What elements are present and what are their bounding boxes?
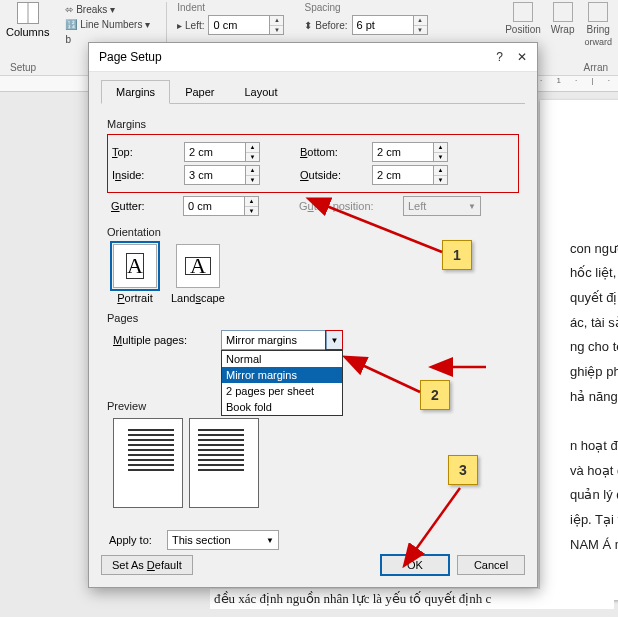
breaks-button[interactable]: ⬄ Breaks ▾ [65, 2, 150, 17]
landscape-icon: A [185, 257, 211, 275]
ok-button[interactable]: OK [381, 555, 449, 575]
multiple-pages-label: Multiple pages: [113, 334, 221, 346]
chevron-down-icon: ▼ [468, 202, 476, 211]
spinner-down-icon[interactable]: ▼ [245, 207, 258, 216]
doc-text-line: n hoạt động [570, 434, 618, 459]
orientation-landscape[interactable]: A Landscape [171, 244, 225, 304]
set-as-default-button[interactable]: Set As Default [101, 555, 193, 575]
multiple-pages-value: Mirror margins [222, 334, 326, 346]
gutter-spinner[interactable]: ▲▼ [183, 196, 259, 216]
margins-group-label: Margins [107, 118, 519, 130]
outside-spinner[interactable]: ▲▼ [372, 165, 448, 185]
spinner-down-icon[interactable]: ▼ [434, 153, 447, 162]
indent-group-label: Indent [177, 2, 284, 13]
page-setup-dialog: Page Setup ? ✕ Margins Paper Layout Marg… [88, 42, 538, 588]
columns-icon [17, 2, 39, 24]
option-normal[interactable]: Normal [222, 351, 342, 367]
gutter-position-select: Left▼ [403, 196, 481, 216]
inside-spinner[interactable]: ▲▼ [184, 165, 260, 185]
tab-paper[interactable]: Paper [170, 80, 229, 104]
tab-margins[interactable]: Margins [101, 80, 170, 104]
gutter-position-label: Gutter position: [299, 200, 403, 212]
columns-button[interactable]: Columns [6, 2, 49, 47]
line-numbers-button[interactable]: 🔢 Line Numbers ▾ [65, 17, 150, 32]
option-mirror-margins[interactable]: Mirror margins [222, 367, 342, 383]
help-button[interactable]: ? [496, 50, 503, 64]
spacing-group-label: Spacing [304, 2, 427, 13]
bring-forward-icon [588, 2, 608, 22]
position-button[interactable]: Position [505, 2, 541, 47]
top-label: Top: [112, 146, 184, 158]
apply-to-label: Apply to: [109, 534, 167, 546]
dialog-titlebar: Page Setup ? ✕ [89, 43, 537, 72]
doc-text-line: ng cho tốt. Đ [570, 335, 618, 360]
multiple-pages-combo[interactable]: Mirror margins ▼ Normal Mirror margins 2… [221, 330, 343, 350]
callout-1: 1 [442, 240, 472, 270]
wrap-button[interactable]: Wrap [551, 2, 575, 47]
doc-text-line: ghiệp phải x [570, 360, 618, 385]
cancel-button[interactable]: Cancel [457, 555, 525, 575]
arrange-group-label: Arran [584, 62, 608, 73]
doc-text-line: quản lý điều [570, 483, 618, 508]
gutter-label: Gutter: [111, 200, 183, 212]
multiple-pages-dropdown: Normal Mirror margins 2 pages per sheet … [221, 350, 343, 416]
option-book-fold[interactable]: Book fold [222, 399, 342, 415]
doc-text-line: ác, tài sản co [570, 311, 618, 336]
inside-label: Inside: [112, 169, 184, 181]
dialog-tabs: Margins Paper Layout [89, 72, 537, 104]
spinner-up-icon[interactable]: ▲ [434, 143, 447, 153]
spinner-up-icon[interactable]: ▲ [434, 166, 447, 176]
position-icon [513, 2, 533, 22]
preview-page-left [113, 418, 183, 508]
page-setup-group-label: Setup [10, 62, 36, 73]
spinner-up-icon[interactable]: ▲ [246, 143, 259, 153]
chevron-down-icon[interactable]: ▼ [326, 331, 342, 349]
doc-footer-line: đều xác định nguồn nhân lực là yếu tố qu… [210, 589, 614, 609]
option-2-pages-per-sheet[interactable]: 2 pages per sheet [222, 383, 342, 399]
tab-layout[interactable]: Layout [229, 80, 292, 104]
close-button[interactable]: ✕ [517, 50, 527, 64]
spinner-up-icon[interactable]: ▲ [246, 166, 259, 176]
spacing-before-spinner[interactable]: ▲▼ [352, 15, 428, 35]
doc-text-line: con người. [570, 237, 618, 262]
pages-group-label: Pages [107, 312, 519, 324]
bottom-label: Bottom: [300, 146, 372, 158]
apply-to-select[interactable]: This section▼ [167, 530, 279, 550]
bring-forward-button[interactable]: Bringorward [584, 2, 612, 47]
doc-text-line: quyết định cá [570, 286, 618, 311]
orientation-portrait[interactable]: A Portrait [113, 244, 157, 304]
doc-text-line: hả năng để tì [570, 385, 618, 410]
preview-page-right [189, 418, 259, 508]
doc-text-line: iệp. Tại thờ [570, 508, 618, 533]
doc-heading: MỞ ĐẦU¶ [570, 180, 618, 207]
spinner-down-icon[interactable]: ▼ [246, 176, 259, 185]
columns-label: Columns [6, 26, 49, 38]
doc-text-line: NAM Á mà [570, 533, 618, 558]
callout-2: 2 [420, 380, 450, 410]
portrait-icon: A [126, 253, 144, 279]
indent-left-label: ▸ Left: [177, 20, 204, 31]
top-spinner[interactable]: ▲▼ [184, 142, 260, 162]
spinner-down-icon[interactable]: ▼ [434, 176, 447, 185]
margins-highlight-box: Top: ▲▼ Bottom: ▲▼ Inside: ▲▼ Outside: ▲… [107, 134, 519, 193]
spinner-down-icon[interactable]: ▼ [246, 153, 259, 162]
bottom-spinner[interactable]: ▲▼ [372, 142, 448, 162]
callout-3: 3 [448, 455, 478, 485]
dialog-title: Page Setup [99, 50, 162, 64]
doc-text-line [570, 409, 618, 434]
orientation-group-label: Orientation [107, 226, 519, 238]
spinner-up-icon[interactable]: ▲ [245, 197, 258, 207]
outside-label: Outside: [300, 169, 372, 181]
wrap-icon [553, 2, 573, 22]
chevron-down-icon: ▼ [266, 536, 274, 545]
doc-text-line: hốc liệt, con [570, 261, 618, 286]
spacing-before-label: ⬍ Before: [304, 20, 347, 31]
doc-text-line: và hoạt độ [570, 459, 618, 484]
indent-left-spinner[interactable]: ▲▼ [208, 15, 284, 35]
document-page: MỞ ĐẦU¶ con người.hốc liệt, conquyết địn… [540, 100, 618, 600]
